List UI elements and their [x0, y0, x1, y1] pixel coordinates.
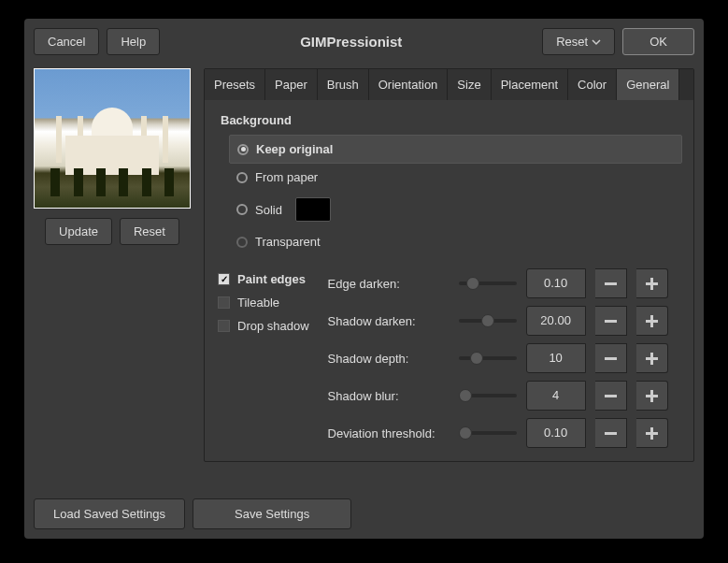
check-tileable[interactable]: Tileable: [218, 296, 309, 310]
minus-icon: [605, 395, 617, 397]
save-settings-button[interactable]: Save Settings: [193, 498, 351, 529]
slider-value-input[interactable]: 20.00: [526, 306, 586, 336]
increment-button[interactable]: [636, 306, 668, 336]
slider-thumb[interactable]: [481, 314, 494, 327]
plus-icon: [646, 395, 658, 397]
background-radio-group: Keep original From paper Solid Transpare…: [229, 135, 682, 255]
slider-shadow-depth: Shadow depth:10: [328, 343, 682, 373]
minus-icon: [605, 320, 617, 323]
radio-label: Solid: [255, 203, 282, 217]
slider-shadow-blur: Shadow blur:4: [328, 381, 682, 411]
title-bar: Cancel Help GIMPressionist Reset OK: [34, 28, 694, 55]
slider-thumb[interactable]: [459, 389, 472, 402]
minus-icon: [605, 282, 617, 285]
slider-deviation: Deviation threshold:0.10: [328, 418, 682, 448]
tab-orientation[interactable]: Orientation: [369, 69, 449, 100]
slider-thumb[interactable]: [459, 426, 472, 440]
load-settings-button[interactable]: Load Saved Settings: [34, 498, 185, 529]
increment-button[interactable]: [636, 343, 668, 373]
radio-icon: [237, 144, 249, 155]
decrement-button[interactable]: [595, 381, 627, 411]
slider-track[interactable]: [459, 356, 517, 360]
increment-button[interactable]: [636, 381, 668, 411]
plus-icon: [646, 432, 658, 435]
radio-from-paper[interactable]: From paper: [229, 164, 682, 191]
help-button[interactable]: Help: [107, 28, 160, 55]
radio-keep-original[interactable]: Keep original: [229, 135, 682, 164]
radio-label: Transparent: [255, 235, 321, 249]
decrement-button[interactable]: [595, 306, 627, 336]
slider-value-input[interactable]: 0.10: [526, 418, 586, 448]
slider-track[interactable]: [459, 394, 517, 397]
reset-label: Reset: [556, 35, 588, 49]
check-label: Tileable: [237, 296, 279, 310]
radio-icon: [236, 237, 248, 248]
slider-thumb[interactable]: [470, 352, 483, 365]
decrement-button[interactable]: [595, 268, 627, 298]
tab-presets[interactable]: Presets: [205, 69, 265, 100]
tab-bar: Presets Paper Brush Orientation Size Pla…: [205, 69, 693, 100]
increment-button[interactable]: [636, 418, 668, 448]
preview-reset-button[interactable]: Reset: [120, 218, 179, 245]
check-label: Paint edges: [237, 272, 306, 286]
chevron-down-icon: [592, 37, 601, 47]
slider-label: Edge darken:: [328, 277, 450, 291]
slider-track[interactable]: [459, 319, 517, 323]
preview-panel: Update Reset: [34, 68, 191, 462]
tab-size[interactable]: Size: [448, 69, 491, 100]
radio-label: Keep original: [256, 142, 333, 156]
check-label: Drop shadow: [237, 319, 309, 333]
cancel-button[interactable]: Cancel: [34, 28, 99, 55]
slider-value-input[interactable]: 0.10: [526, 268, 586, 298]
slider-edge-darken: Edge darken:0.10: [328, 268, 682, 298]
slider-label: Shadow blur:: [328, 389, 450, 403]
reset-dropdown-button[interactable]: Reset: [542, 28, 615, 55]
checkbox-icon: ✓: [218, 273, 230, 285]
tab-color[interactable]: Color: [568, 69, 617, 100]
radio-transparent: Transparent: [229, 228, 682, 255]
increment-button[interactable]: [636, 268, 668, 298]
plus-icon: [646, 282, 658, 285]
dialog-title: GIMPressionist: [167, 34, 535, 50]
checkbox-icon: [218, 320, 230, 332]
decrement-button[interactable]: [595, 418, 627, 448]
tab-paper[interactable]: Paper: [265, 69, 318, 100]
minus-icon: [605, 432, 617, 435]
radio-label: From paper: [255, 170, 318, 184]
slider-thumb[interactable]: [466, 277, 479, 290]
checkbox-icon: [218, 296, 230, 309]
slider-label: Shadow darken:: [328, 314, 450, 328]
slider-value-input[interactable]: 10: [526, 343, 586, 373]
slider-label: Deviation threshold:: [328, 426, 450, 440]
tab-brush[interactable]: Brush: [318, 69, 369, 100]
preview-image: [34, 68, 191, 209]
plus-icon: [646, 320, 658, 323]
background-section-label: Background: [216, 113, 682, 127]
radio-icon: [236, 204, 248, 215]
slider-shadow-darken: Shadow darken:20.00: [328, 306, 682, 336]
radio-solid[interactable]: Solid: [229, 191, 682, 228]
slider-label: Shadow depth:: [328, 352, 450, 366]
decrement-button[interactable]: [595, 343, 627, 373]
update-button[interactable]: Update: [45, 218, 112, 245]
plus-icon: [646, 357, 658, 360]
check-drop-shadow[interactable]: Drop shadow: [218, 319, 309, 333]
solid-color-swatch[interactable]: [295, 197, 331, 222]
tab-general[interactable]: General: [617, 69, 679, 100]
tab-placement[interactable]: Placement: [492, 69, 568, 100]
settings-panel: Presets Paper Brush Orientation Size Pla…: [204, 68, 694, 462]
ok-button[interactable]: OK: [622, 28, 694, 55]
slider-track[interactable]: [459, 431, 517, 435]
minus-icon: [605, 357, 617, 360]
check-paint-edges[interactable]: ✓ Paint edges: [218, 272, 309, 286]
slider-track[interactable]: [459, 282, 517, 285]
slider-value-input[interactable]: 4: [526, 381, 586, 411]
radio-icon: [236, 172, 248, 183]
dialog-window: Cancel Help GIMPressionist Reset OK Upda…: [24, 19, 704, 539]
